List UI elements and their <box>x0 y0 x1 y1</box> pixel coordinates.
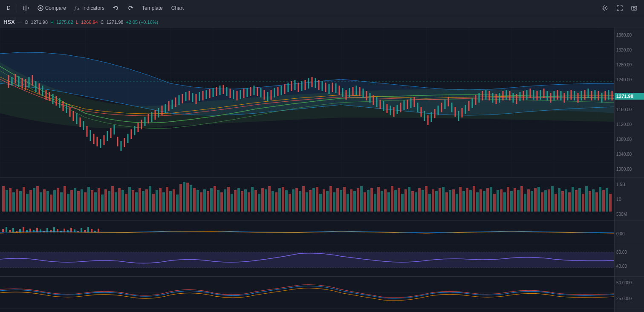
svg-rect-363 <box>582 194 584 212</box>
svg-rect-236 <box>149 186 151 212</box>
svg-rect-339 <box>500 189 502 212</box>
svg-rect-222 <box>101 195 104 212</box>
svg-rect-365 <box>589 191 591 212</box>
stoch-scale-svg: 50.0000 25.0000 <box>615 277 644 309</box>
svg-rect-353 <box>548 189 550 212</box>
svg-rect-271 <box>268 186 271 212</box>
volume-panel[interactable] <box>0 177 614 220</box>
svg-rect-369 <box>602 190 605 212</box>
svg-rect-285 <box>316 187 318 212</box>
svg-rect-293 <box>343 187 346 212</box>
svg-rect-346 <box>524 194 526 212</box>
high-label: H <box>50 20 54 25</box>
fullscreen-button[interactable] <box>613 2 626 14</box>
svg-rect-274 <box>278 188 281 212</box>
svg-rect-345 <box>520 186 523 212</box>
svg-rect-228 <box>121 190 124 212</box>
svg-rect-260 <box>231 194 233 212</box>
svg-rect-326 <box>456 194 458 212</box>
low-label: L <box>76 20 78 25</box>
svg-rect-272 <box>271 191 274 212</box>
svg-rect-253 <box>207 191 209 212</box>
svg-rect-362 <box>578 188 581 212</box>
svg-rect-243 <box>173 189 175 212</box>
stoch-scale: 50.0000 25.0000 <box>615 277 644 309</box>
svg-rect-410 <box>0 309 614 312</box>
svg-rect-354 <box>551 186 554 212</box>
svg-text:1080.00: 1080.00 <box>616 137 632 142</box>
svg-rect-245 <box>179 184 182 212</box>
svg-text:1040.00: 1040.00 <box>616 152 632 157</box>
indicators-button[interactable]: f x Indicators <box>71 2 108 14</box>
svg-rect-335 <box>486 188 489 212</box>
svg-rect-289 <box>329 186 332 212</box>
svg-rect-227 <box>118 188 121 212</box>
fullscreen-icon <box>617 5 623 11</box>
svg-rect-216 <box>81 189 83 212</box>
svg-rect-277 <box>289 194 291 212</box>
svg-rect-366 <box>592 189 595 212</box>
svg-rect-359 <box>568 192 571 212</box>
svg-rect-252 <box>203 189 206 212</box>
svg-rect-352 <box>544 190 547 212</box>
svg-rect-225 <box>111 186 114 212</box>
svg-text:40.00: 40.00 <box>616 264 627 269</box>
rsi-panel[interactable] <box>0 244 614 277</box>
timeframe-button[interactable]: D <box>3 2 14 14</box>
macd-scale-svg: 0.00 <box>615 220 644 244</box>
svg-rect-205 <box>43 189 46 212</box>
symbol-bar: HSX — O 1271.98 H 1275.82 L 1266.94 C 12… <box>0 16 644 28</box>
symbol-name: HSX <box>3 19 15 25</box>
svg-rect-322 <box>442 187 445 212</box>
svg-rect-330 <box>469 190 472 212</box>
svg-text:1240.00: 1240.00 <box>616 77 632 82</box>
volume-svg <box>0 177 614 220</box>
svg-rect-270 <box>265 189 267 212</box>
svg-rect-238 <box>156 190 158 212</box>
svg-rect-347 <box>527 189 530 212</box>
svg-rect-343 <box>514 188 516 212</box>
svg-rect-233 <box>139 188 141 212</box>
bars-icon-button[interactable] <box>20 2 32 14</box>
svg-rect-364 <box>585 186 588 212</box>
svg-point-10 <box>633 7 635 9</box>
redo-button[interactable] <box>124 2 137 14</box>
price-scale-container: 1360.00 1320.00 1280.00 1240.00 1200.00 … <box>614 28 644 312</box>
template-button[interactable]: Template <box>139 2 166 14</box>
svg-rect-265 <box>248 192 250 212</box>
svg-rect-405 <box>0 252 614 268</box>
adx-panel[interactable] <box>0 309 614 312</box>
svg-rect-329 <box>466 188 468 212</box>
undo-button[interactable] <box>110 2 122 14</box>
svg-point-8 <box>604 7 606 9</box>
chart-button[interactable]: Chart <box>168 2 187 14</box>
camera-button[interactable] <box>628 2 641 14</box>
svg-rect-402 <box>98 229 99 232</box>
svg-rect-348 <box>531 191 533 212</box>
svg-text:1320.00: 1320.00 <box>616 48 632 52</box>
settings-button[interactable] <box>598 2 612 14</box>
main-chart-panel[interactable] <box>0 28 614 177</box>
svg-rect-306 <box>387 192 390 212</box>
svg-rect-375 <box>6 227 7 232</box>
svg-rect-313 <box>411 191 414 212</box>
svg-rect-360 <box>572 187 574 212</box>
macd-panel[interactable] <box>0 220 614 244</box>
svg-rect-399 <box>87 227 89 232</box>
svg-rect-284 <box>312 188 315 212</box>
svg-text:1160.00: 1160.00 <box>616 107 632 112</box>
svg-rect-241 <box>166 187 168 212</box>
svg-rect-9 <box>632 6 637 10</box>
svg-rect-1 <box>26 6 26 11</box>
svg-rect-327 <box>459 187 462 212</box>
svg-text:25.0000: 25.0000 <box>616 296 632 301</box>
svg-rect-255 <box>214 186 216 212</box>
stoch-panel[interactable] <box>0 277 614 309</box>
svg-rect-382 <box>29 229 31 232</box>
svg-rect-286 <box>319 194 322 212</box>
svg-rect-229 <box>125 194 127 212</box>
svg-rect-281 <box>302 186 305 212</box>
svg-rect-262 <box>237 188 240 212</box>
compare-button[interactable]: Compare <box>34 2 69 14</box>
svg-rect-263 <box>241 191 243 212</box>
